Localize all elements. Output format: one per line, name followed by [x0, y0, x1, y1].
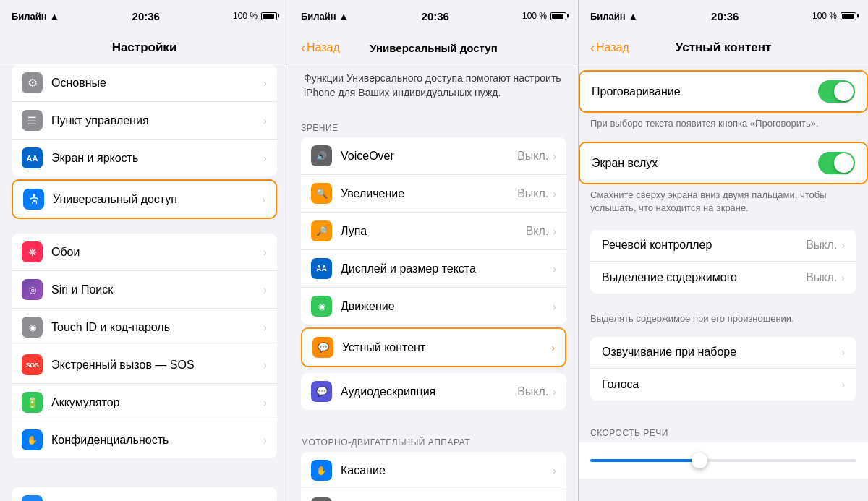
accessibility-item-virtual[interactable]: ⊞ Виртуальный контроллер Выкл. › [301, 489, 566, 501]
item-label-uvelich: Увеличение [341, 187, 517, 200]
ekranvsluh-toggle[interactable] [818, 152, 855, 174]
accessibility-item-uvelich[interactable]: 🔍 Увеличение Выкл. › [301, 175, 566, 213]
display-text-icon: AA [311, 258, 332, 279]
speed-slider-knob[interactable] [692, 453, 707, 468]
settings-item-itunes[interactable]: A iTunes Store и App Store › [12, 487, 277, 501]
item-label-dvizhenie: Движение [341, 300, 553, 313]
back-button-2[interactable]: ‹ Назад [301, 40, 340, 56]
settings-item-oboi[interactable]: ❋ Обои › [12, 234, 277, 271]
audiodesc-icon: 💬 [311, 381, 332, 402]
chevron-icon-osnov: › [263, 77, 267, 89]
chevron-uvelich: › [553, 188, 556, 200]
accessibility-highlight-border: Универсальный доступ › [12, 179, 277, 219]
time-1: 20:36 [132, 10, 160, 22]
item-label-voiceover: VoiceOver [341, 150, 517, 163]
voiceover-icon: 🔊 [311, 145, 332, 166]
spoken-item-progovar[interactable]: Проговаривание [580, 72, 867, 111]
nav-bar-3: ‹ Назад Устный контент [579, 32, 868, 64]
svg-point-0 [33, 194, 35, 197]
battery-percent-3: 100 % [812, 11, 837, 21]
settings-item-sos[interactable]: SOS Экстренный вызов — SOS › [12, 346, 277, 384]
spoken-item-ekranvsluh[interactable]: Экран вслух [580, 143, 867, 183]
vision-section-header: ЗРЕНИЕ [289, 110, 578, 137]
accessibility-item-lupa[interactable]: 🔎 Лупа Вкл. › [301, 213, 566, 250]
accessibility-item-dvizhenie[interactable]: ◉ Движение › [301, 288, 566, 325]
item-label-akkum: Аккумулятор [51, 396, 263, 409]
settings-item-univ[interactable]: Универсальный доступ › [13, 181, 276, 218]
item-label-osnov: Основные [51, 77, 263, 90]
audiodesc-group: 💬 Аудиодескрипция Выкл. › [301, 373, 566, 410]
battery-area-1: 100 % [233, 11, 277, 21]
desc-ekranvsluh: Смахните сверху экрана вниз двумя пальца… [579, 184, 868, 223]
item-label-ekranvsluh: Экран вслух [592, 157, 818, 170]
spoken-content-highlight: 💬 Устный контент › [301, 327, 566, 367]
chevron-golosa: › [841, 379, 845, 390]
speed-slider-area [579, 442, 868, 479]
chevron-voiceover: › [553, 150, 556, 162]
item-label-vydel: Выделение содержимого [602, 271, 806, 284]
item-label-univ: Универсальный доступ [53, 193, 262, 206]
motion-icon: ◉ [311, 296, 332, 317]
accessibility-item-audiodesc[interactable]: 💬 Аудиодескрипция Выкл. › [301, 373, 566, 410]
touchid-icon: ◉ [22, 317, 43, 338]
motor-section-header: МОТОРНО-ДВИГАТЕЛЬНЫЙ АППАРАТ [289, 424, 578, 452]
item-label-touch: Touch ID и код-пароль [51, 321, 263, 334]
item-label-kasanie: Касание [341, 464, 553, 477]
item-label-golosa: Голоса [602, 378, 841, 391]
item-value-voiceover: Выкл. [517, 150, 548, 163]
control-center-icon: ☰ [22, 110, 43, 131]
chevron-icon-univ: › [262, 194, 265, 205]
item-label-ekran: Экран и яркость [51, 152, 263, 165]
wifi-icon-2: ▲ [339, 11, 349, 22]
item-label-siri: Siri и Поиск [51, 283, 263, 296]
battery-area-3: 100 % [812, 11, 856, 21]
vision-group: 🔊 VoiceOver Выкл. › 🔍 Увеличение Выкл. ›… [301, 137, 566, 325]
battery-percent-1: 100 % [233, 11, 258, 21]
settings-item-ekran[interactable]: AA Экран и яркость › [12, 140, 277, 176]
settings-item-siri[interactable]: ◎ Siri и Поиск › [12, 271, 277, 309]
chevron-ozvuch: › [841, 346, 845, 358]
appstore-icon: A [22, 495, 43, 501]
settings-item-osnov[interactable]: ⚙ Основные › [12, 64, 277, 102]
settings-item-akkum[interactable]: 🔋 Аккумулятор › [12, 384, 277, 421]
spoken-item-golosa[interactable]: Голоса › [590, 369, 856, 401]
item-label-audiodesc: Аудиодескрипция [341, 385, 517, 398]
spoken-item-vydel[interactable]: Выделение содержимого Выкл. › [590, 262, 856, 294]
settings-item-touch[interactable]: ◉ Touch ID и код-пароль › [12, 309, 277, 346]
chevron-icon-akkum: › [263, 397, 267, 408]
spoken-content-icon: 💬 [312, 337, 333, 358]
item-label-oboi: Обои [51, 246, 263, 259]
battery-fill-3 [842, 14, 854, 19]
sos-icon: SOS [22, 354, 43, 375]
nav-bar-1: Настройки [0, 32, 289, 64]
carrier-2: Билайн [301, 11, 336, 22]
battery-icon-2 [550, 12, 566, 20]
chevron-icon-konf: › [263, 434, 267, 446]
status-bar-2: Билайн ▲ 20:36 100 % [289, 0, 578, 32]
wifi-icon-1: ▲ [50, 11, 59, 22]
accessibility-item-kasanie[interactable]: ✋ Касание › [301, 452, 566, 489]
motor-group: ✋ Касание › ⊞ Виртуальный контроллер Вык… [301, 452, 566, 501]
screen-title-2: Универсальный доступ [370, 42, 497, 54]
item-value-audiodesc: Выкл. [517, 385, 548, 398]
progovar-toggle[interactable] [818, 80, 855, 103]
carrier-wifi-3: Билайн ▲ [590, 11, 638, 22]
spoken-item-ozvuch[interactable]: Озвучивание при наборе › [590, 337, 856, 369]
chevron-icon-punkt: › [263, 115, 267, 127]
carrier-wifi-2: Билайн ▲ [301, 11, 349, 22]
carrier-3: Билайн [590, 11, 626, 22]
back-button-3[interactable]: ‹ Назад [590, 40, 629, 56]
item-label-punkt: Пункт управления [51, 114, 263, 127]
accessibility-list: Функции Универсального доступа помогают … [289, 64, 578, 501]
settings-item-konf[interactable]: ✋ Конфиденциальность › [12, 421, 277, 458]
accessibility-item-display[interactable]: AA Дисплей и размер текста › [301, 250, 566, 288]
chevron-icon-ekran: › [263, 153, 267, 164]
chevron-lupa: › [553, 226, 556, 237]
settings-item-punkt[interactable]: ☰ Пункт управления › [12, 102, 277, 140]
accessibility-item-ustny[interactable]: 💬 Устный контент › [302, 329, 565, 366]
spoken-item-rechkont[interactable]: Речевой контроллер Выкл. › [590, 230, 856, 262]
item-label-ozvuch: Озвучивание при наборе [602, 346, 841, 359]
privacy-icon: ✋ [22, 429, 43, 450]
item-label-lupa: Лупа [341, 225, 526, 238]
accessibility-item-voiceover[interactable]: 🔊 VoiceOver Выкл. › [301, 137, 566, 175]
